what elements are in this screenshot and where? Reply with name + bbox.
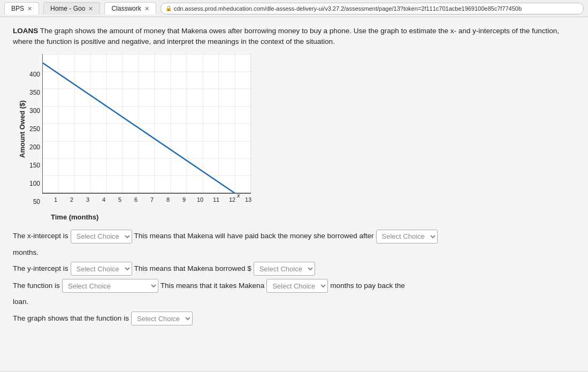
chart-area: 50 100 150 200 250 300 350 400 <box>29 54 272 221</box>
svg-text:8: 8 <box>166 196 170 203</box>
y-axis-label: Amount Owed ($) <box>18 54 26 204</box>
function-select2[interactable]: Select Choice <box>266 279 328 293</box>
browser-chrome: BPS ✕ Home - Goo ✕ Classwork ✕ 🔒 cdn.ass… <box>0 0 588 17</box>
svg-text:10: 10 <box>197 196 203 203</box>
function-loan-text: loan. <box>13 296 28 308</box>
y-intercept-select1[interactable]: Select Choice <box>71 262 132 276</box>
graph-shows-question: The graph shows that the function is Sel… <box>13 312 575 325</box>
url-text: cdn.assess.prod.mheducation.com/dle-asse… <box>174 5 522 12</box>
svg-text:x: x <box>236 192 240 199</box>
graph-shows-text1: The graph shows that the function is <box>13 313 129 325</box>
svg-text:13: 13 <box>245 196 251 203</box>
questions-section: The x-intercept is Select Choice This me… <box>13 230 575 326</box>
tab-classwork-label: Classwork <box>111 5 141 12</box>
svg-text:1: 1 <box>54 196 57 203</box>
tab-home[interactable]: Home - Goo ✕ <box>43 2 100 14</box>
function-text3: months to pay back the <box>330 280 405 292</box>
svg-text:6: 6 <box>134 196 138 203</box>
loans-text: The graph shows the amount of money that… <box>13 27 559 45</box>
function-text2: This means that it takes Makena <box>161 280 264 292</box>
tab-bps-label: BPS <box>11 5 24 12</box>
y-label-50: 50 <box>29 194 40 210</box>
x-intercept-months-text: months. <box>13 247 39 259</box>
y-intercept-select2[interactable]: Select Choice <box>254 262 315 276</box>
svg-text:9: 9 <box>182 196 186 203</box>
lock-icon: 🔒 <box>165 5 172 11</box>
tab-home-close[interactable]: ✕ <box>88 5 93 12</box>
x-intercept-select1[interactable]: Select Choice <box>71 230 132 244</box>
x-intercept-text2: This means that Makena will have paid ba… <box>134 230 374 242</box>
function-question: The function is Select Choice This means… <box>13 279 575 293</box>
y-label-400: 400 <box>29 66 40 82</box>
y-label-150: 150 <box>29 157 40 173</box>
y-intercept-text2: This means that Makena borrowed $ <box>134 263 251 275</box>
function-text1: The function is <box>13 280 60 292</box>
svg-text:12: 12 <box>229 196 235 203</box>
y-label-250: 250 <box>29 121 40 137</box>
svg-text:3: 3 <box>86 196 89 203</box>
tab-classwork[interactable]: Classwork ✕ <box>104 2 156 14</box>
tab-home-label: Home - Goo <box>50 5 85 12</box>
graph-svg: x 1 2 3 4 5 6 7 8 9 10 11 12 1 <box>42 54 272 209</box>
x-axis-label: Time (months) <box>51 213 98 221</box>
svg-text:2: 2 <box>70 196 73 203</box>
svg-text:7: 7 <box>150 196 154 203</box>
loans-description: LOANS The graph shows the amount of mone… <box>13 26 575 48</box>
y-label-350: 350 <box>29 85 40 101</box>
y-axis-labels: 50 100 150 200 250 300 350 400 <box>29 66 40 211</box>
tab-bps-close[interactable]: ✕ <box>27 5 32 12</box>
loans-label: LOANS <box>13 27 38 35</box>
page-content: LOANS The graph shows the amount of mone… <box>0 17 588 370</box>
x-intercept-text1: The x-intercept is <box>13 230 68 242</box>
tab-bps[interactable]: BPS ✕ <box>4 2 39 14</box>
y-label-100: 100 <box>29 176 40 192</box>
svg-text:11: 11 <box>213 196 219 203</box>
y-intercept-text1: The y-intercept is <box>13 263 68 275</box>
graph-svg-wrapper: x 1 2 3 4 5 6 7 8 9 10 11 12 1 <box>42 54 272 211</box>
x-intercept-months: months. <box>13 247 575 259</box>
x-intercept-select2[interactable]: Select Choice <box>376 230 438 244</box>
y-label-200: 200 <box>29 139 40 155</box>
function-select1[interactable]: Select Choice <box>62 279 158 293</box>
tab-classwork-close[interactable]: ✕ <box>144 5 149 12</box>
svg-text:5: 5 <box>118 196 121 203</box>
y-label-300: 300 <box>29 103 40 119</box>
address-bar[interactable]: 🔒 cdn.assess.prod.mheducation.com/dle-as… <box>161 3 584 14</box>
graph-shows-select1[interactable]: Select Choice <box>131 312 193 325</box>
y-intercept-question: The y-intercept is Select Choice This me… <box>13 262 575 276</box>
x-intercept-question: The x-intercept is Select Choice This me… <box>13 230 575 244</box>
function-loan: loan. <box>13 296 575 308</box>
svg-text:4: 4 <box>102 196 105 203</box>
graph-container: Amount Owed ($) 50 100 150 200 250 300 3… <box>18 54 575 221</box>
